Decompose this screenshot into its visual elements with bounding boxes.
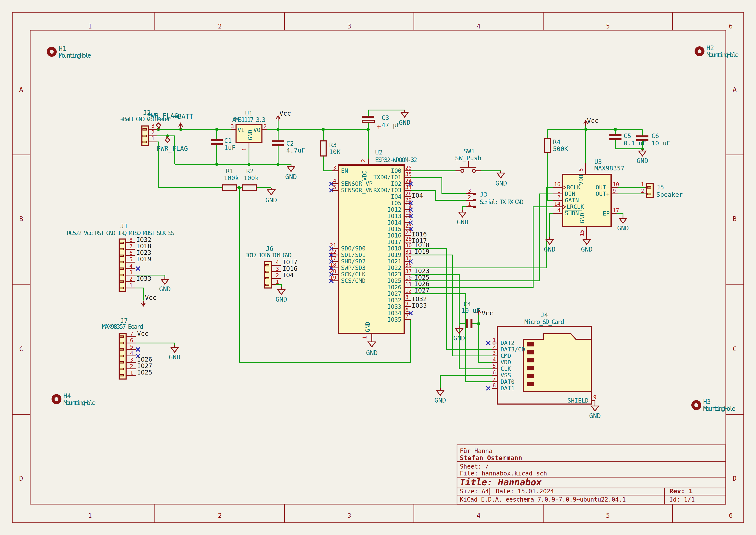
gnd-label: GND [169, 353, 180, 361]
component-h1[interactable]: H1 MountingHole [47, 45, 91, 59]
component-h2[interactable]: H2 MountingHole [694, 44, 739, 58]
pin-name: SWP/SD3 [341, 265, 365, 271]
pin-num: 2 [276, 272, 279, 278]
component-c2[interactable]: C2 4.7uF [272, 140, 305, 154]
pin-num: 26 [405, 190, 412, 197]
net-label: IO16 [283, 265, 297, 272]
sw1-value: SW_Push [455, 155, 481, 162]
j2-ref: J2 [143, 109, 151, 116]
vcc-label: Vcc [145, 294, 156, 301]
gnd-label: GND [453, 334, 465, 342]
r3-value: 10K [329, 148, 340, 155]
pin-num: 20 [330, 268, 336, 274]
pin-name: IO25 [387, 277, 401, 284]
pin-num: 2 [468, 194, 471, 200]
u3-ref: U3 [594, 158, 602, 165]
net-label: IO33 [412, 302, 427, 309]
pwr-flag-icon[interactable] [156, 123, 161, 129]
vcc-label: Vcc [279, 110, 291, 117]
component-h4[interactable]: H4 MountingHole [51, 392, 96, 407]
pin-num: 30 [405, 242, 412, 248]
pin-num: 1 [241, 148, 248, 151]
pin-name: IO17 [387, 239, 401, 245]
pin-num: 1 [557, 188, 560, 194]
component-c1[interactable]: C1 1uF [211, 137, 235, 152]
pin-num: 9 [613, 188, 616, 194]
pin-name: IO13 [387, 213, 401, 219]
schematic-canvas[interactable]: 1 2 3 4 5 6 1 2 3 4 5 6 A B C D A B C D … [0, 0, 756, 535]
net-label: IO18 [414, 241, 429, 249]
pin-num: 7 [129, 243, 133, 250]
h1-value: MountingHole [59, 52, 91, 59]
frame-row: D [733, 475, 737, 482]
c3-value: 47 µF [382, 122, 400, 129]
pin-name: SHDN [565, 210, 579, 216]
title-size: Size: A4 [460, 488, 489, 495]
c5-ref: C5 [624, 132, 631, 140]
component-j6[interactable]: J6 IO17 IO16 IO4 GND 4 IO17 3 IO16 2 IO4… [245, 245, 297, 288]
component-r4[interactable]: R4 500K [545, 138, 568, 153]
component-u3[interactable]: U3 MAX98357 VDD 8 GND 15 16 BCLK 1 DIN 2… [554, 158, 625, 236]
vcc-power-icon[interactable] [141, 301, 145, 306]
c3-polarity: + [377, 123, 381, 131]
h1-ref: H1 [59, 45, 67, 52]
component-r2[interactable]: R2 100k [243, 167, 259, 190]
pin-num: 25 [405, 165, 412, 171]
pin-name: IO4 [391, 193, 401, 200]
pin-name: OUT- [596, 184, 609, 191]
pin-num: 1 [129, 282, 133, 289]
title-author: Stefan Ostermann [460, 454, 522, 462]
pin-name: SCS/CMD [341, 277, 365, 284]
c2-value: 4.7uF [286, 147, 305, 154]
pin-num: 3 [276, 266, 279, 272]
component-j5[interactable]: 1 2 J5 Speaker [641, 181, 683, 198]
net-label: IO27 [137, 362, 152, 370]
frame-col: 2 [218, 512, 222, 519]
pin-name: DAT0 [500, 379, 515, 385]
pin-num: 37 [405, 268, 412, 274]
pin-num: 8 [405, 294, 409, 300]
c2-ref: C2 [286, 140, 294, 147]
pin-num: 4 [129, 263, 133, 269]
frame-col: 1 [88, 512, 92, 519]
pin-num: 22 [330, 249, 336, 255]
pin-name: BCLK [567, 184, 581, 191]
no-connect-marks [136, 182, 490, 390]
c6-ref: C6 [651, 132, 659, 140]
h4-ref: H4 [63, 392, 71, 400]
pwr-flag-icon[interactable] [166, 136, 170, 142]
pin-num: 2 [129, 276, 133, 282]
component-j1[interactable]: J1 RC522 Vcc RST GND IRQ MISO MOSI SCK S… [67, 222, 175, 291]
pin-name: SENSOR_VP [341, 180, 372, 187]
pin-num: 2 [130, 363, 133, 369]
net-label: Vcc [137, 330, 148, 337]
pin-name: TXD0/IO1 [373, 174, 401, 181]
component-r3[interactable]: R3 10K [321, 141, 340, 156]
pin-num: 6 [129, 250, 133, 256]
component-h3[interactable]: H3 MountingHole [691, 398, 736, 412]
pin-name: IO35 [387, 316, 401, 323]
j5-ref: J5 [657, 183, 664, 191]
gnd-label: GND [495, 180, 507, 187]
component-r1[interactable]: R1 100k [223, 167, 239, 190]
pin-num: 3 [468, 188, 471, 194]
h2-value: MountingHole [706, 51, 739, 58]
component-sw1[interactable]: SW1 SW_Push [455, 148, 481, 172]
component-j3[interactable]: 3 2 1 J3 Serial: TX RX GND [468, 188, 524, 208]
gnd-label: GND [617, 224, 629, 232]
component-j7[interactable]: J7 MAX98357 Board 7 Vcc 6 5 4 3 IO26 2 I… [102, 317, 152, 379]
mounting-hole-icon [47, 47, 57, 57]
net-label: IO4 [412, 192, 423, 199]
pin-num: 7 [130, 331, 133, 337]
mounting-hole-icon [691, 400, 701, 410]
component-j4[interactable]: J4 Micro_SD_Card 1 DAT2 2 DAT3/CD 3 CMD … [493, 311, 597, 404]
pin-name: IO15 [387, 226, 401, 232]
j1-ref: J1 [120, 222, 128, 230]
pin-name: VDD [578, 175, 584, 185]
u2-ref: U2 [375, 149, 383, 156]
batt-power-icon[interactable] [179, 123, 183, 129]
pin-name: EN [341, 167, 348, 174]
r2-value: 100k [244, 174, 259, 182]
title-file: File: hannabox.kicad_sch [460, 470, 547, 477]
title-date: Date: 15.01.2024 [496, 488, 554, 495]
